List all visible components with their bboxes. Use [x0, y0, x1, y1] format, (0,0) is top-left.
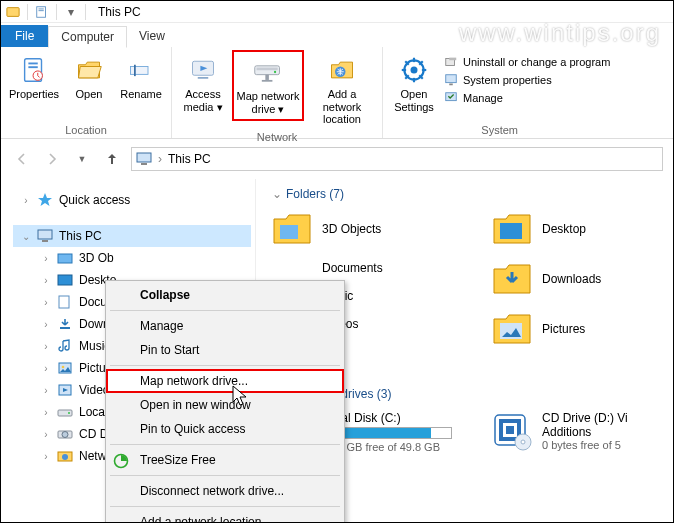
svg-rect-31 [446, 75, 457, 83]
svg-rect-32 [449, 84, 453, 86]
system-properties-button[interactable]: System properties [443, 72, 610, 88]
nav-recent-dropdown[interactable]: ▼ [71, 148, 93, 170]
access-media-button[interactable]: Access media ▾ [178, 50, 228, 117]
treesize-icon [112, 452, 130, 470]
folder-label: Documents [322, 261, 383, 275]
uninstall-program-button[interactable]: Uninstall or change a program [443, 54, 610, 70]
tree-item-label: 3D Ob [79, 251, 114, 265]
address-bar[interactable]: › This PC [131, 147, 663, 171]
open-icon [73, 54, 105, 86]
ctx-separator [110, 475, 340, 476]
open-settings-label: Open Settings [391, 88, 437, 113]
ribbon: Properties Open Rename Location [1, 47, 673, 139]
ctx-pin-quick-access[interactable]: Pin to Quick access [106, 417, 344, 441]
chevron-right-icon[interactable]: › [21, 195, 31, 206]
manage-button[interactable]: Manage [443, 90, 610, 106]
open-settings-button[interactable]: Open Settings [389, 50, 439, 117]
ctx-manage[interactable]: Manage [106, 314, 344, 338]
breadcrumb-chevron[interactable]: › [158, 152, 162, 166]
chevron-right-icon[interactable]: › [41, 385, 51, 396]
chevron-right-icon[interactable]: › [41, 297, 51, 308]
ctx-separator [110, 310, 340, 311]
svg-rect-8 [131, 67, 149, 75]
svg-rect-34 [137, 153, 151, 162]
this-pc-icon [37, 228, 53, 244]
svg-point-50 [62, 432, 68, 438]
svg-rect-42 [60, 327, 70, 329]
properties-qat-icon[interactable] [34, 4, 50, 20]
folder-downloads[interactable]: Downloads [492, 261, 672, 297]
ribbon-tab-row: File Computer View [1, 23, 673, 47]
tab-computer[interactable]: Computer [48, 26, 127, 48]
folder-icon [57, 382, 73, 398]
folders-section-header[interactable]: ⌄ Folders (7) [272, 187, 673, 201]
nav-back-button[interactable] [11, 148, 33, 170]
folder-icon [57, 316, 73, 332]
nav-up-button[interactable] [101, 148, 123, 170]
tree-this-pc[interactable]: ⌄ This PC [13, 225, 251, 247]
rename-button[interactable]: Rename [117, 50, 165, 105]
tree-quick-access[interactable]: › Quick access [13, 189, 251, 211]
map-network-drive-button[interactable]: Map network drive ▾ [232, 50, 304, 121]
svg-marker-36 [38, 193, 52, 206]
chevron-right-icon[interactable]: › [41, 429, 51, 440]
ctx-disconnect-network-drive[interactable]: Disconnect network drive... [106, 479, 344, 503]
folder-label: 3D Objects [322, 222, 381, 236]
tree-item-label: Local [79, 405, 108, 419]
chevron-right-icon[interactable]: › [41, 363, 51, 374]
properties-icon [18, 54, 50, 86]
chevron-right-icon[interactable]: › [41, 451, 51, 462]
open-button[interactable]: Open [65, 50, 113, 105]
tab-view[interactable]: View [127, 25, 177, 47]
svg-rect-17 [262, 80, 273, 82]
manage-label: Manage [463, 92, 503, 104]
ctx-separator [110, 506, 340, 507]
tree-item-3d-objects[interactable]: › 3D Ob [13, 247, 251, 269]
folder-desktop[interactable]: Desktop [492, 211, 672, 247]
chevron-right-icon[interactable]: › [41, 319, 51, 330]
svg-rect-2 [39, 8, 44, 9]
chevron-right-icon[interactable]: › [41, 275, 51, 286]
folder-3d-objects[interactable]: 3D Objects [272, 211, 452, 247]
uninstall-icon [443, 54, 459, 70]
tab-file[interactable]: File [1, 25, 48, 47]
svg-point-20 [411, 67, 418, 74]
svg-rect-14 [257, 68, 278, 71]
ctx-pin-start[interactable]: Pin to Start [106, 338, 344, 362]
svg-rect-3 [39, 10, 44, 11]
ctx-treesize-free[interactable]: TreeSize Free [106, 448, 344, 472]
ctx-collapse[interactable]: Collapse [106, 283, 344, 307]
ribbon-group-location-label: Location [65, 123, 107, 138]
system-properties-label: System properties [463, 74, 552, 86]
folder-pictures[interactable]: Pictures [492, 311, 672, 347]
chevron-right-icon[interactable]: › [41, 253, 51, 264]
chevron-down-icon[interactable]: ⌄ [21, 231, 31, 242]
chevron-right-icon[interactable]: › [41, 407, 51, 418]
map-network-drive-icon [252, 56, 284, 88]
properties-button[interactable]: Properties [7, 50, 61, 105]
star-icon [37, 192, 53, 208]
ctx-open-new-window[interactable]: Open in new window [106, 393, 344, 417]
ctx-add-network-location[interactable]: Add a network location [106, 510, 344, 523]
folder-icon [492, 261, 532, 297]
chevron-right-icon[interactable]: › [41, 341, 51, 352]
add-network-location-button[interactable]: Add a network location [308, 50, 376, 130]
folder-documents[interactable]: Documents [272, 261, 452, 275]
ribbon-group-system-label: System [481, 123, 518, 138]
manage-icon [443, 90, 459, 106]
chevron-down-icon: ⌄ [272, 187, 282, 201]
folder-icon [57, 360, 73, 376]
qat-dropdown-icon[interactable]: ▾ [63, 4, 79, 20]
svg-rect-9 [134, 65, 136, 76]
svg-rect-39 [58, 254, 72, 263]
drive-label: CD Drive (D:) Vi [542, 411, 628, 425]
nav-forward-button[interactable] [41, 148, 63, 170]
ctx-map-network-drive[interactable]: Map network drive... [106, 369, 344, 393]
system-side-list: Uninstall or change a program System pro… [443, 50, 610, 106]
svg-point-44 [62, 366, 65, 369]
svg-rect-41 [59, 296, 69, 308]
drive-cd[interactable]: CD Drive (D:) Vi Additions 0 bytes free … [492, 411, 628, 453]
svg-rect-6 [28, 66, 37, 68]
svg-rect-38 [42, 240, 48, 242]
breadcrumb-location[interactable]: This PC [168, 152, 211, 166]
